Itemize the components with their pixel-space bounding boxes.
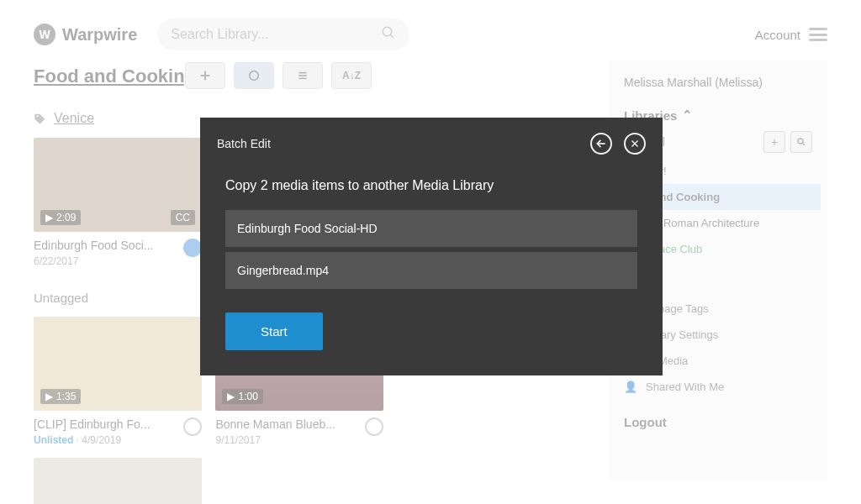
batch-edit-modal: Batch Edit Copy 2 media items to another…: [200, 118, 663, 375]
selected-media-item[interactable]: Gingerbread.mp4: [225, 252, 637, 289]
back-button[interactable]: [590, 133, 612, 155]
arrow-left-icon: [595, 138, 607, 150]
modal-header: Batch Edit: [200, 118, 663, 166]
modal-heading: Copy 2 media items to another Media Libr…: [225, 178, 637, 193]
modal-title: Batch Edit: [217, 137, 271, 150]
close-icon: [630, 139, 640, 149]
selected-media-item[interactable]: Edinburgh Food Social-HD: [225, 210, 637, 247]
close-button[interactable]: [624, 133, 646, 155]
start-button[interactable]: Start: [225, 312, 323, 350]
modal-body: Copy 2 media items to another Media Libr…: [200, 166, 663, 350]
